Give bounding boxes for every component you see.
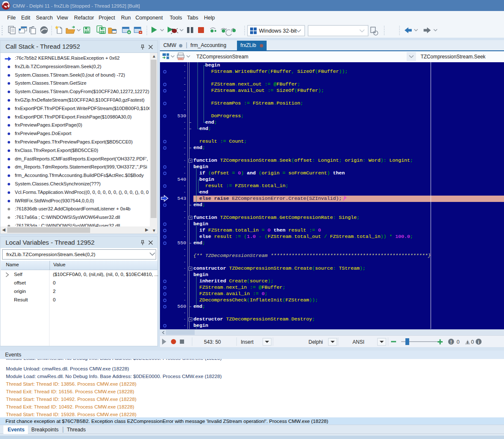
svg-text:!: ! xyxy=(467,340,468,345)
svg-text:!: ! xyxy=(450,340,452,345)
svg-text:i: i xyxy=(478,340,479,345)
svg-text:Delphi: Delphi xyxy=(308,339,323,345)
svg-text:Insert: Insert xyxy=(241,339,254,345)
svg-text:0: 0 xyxy=(471,339,474,345)
svg-text:ANSI: ANSI xyxy=(353,339,364,345)
svg-text:Windows 32-bit: Windows 32-bit xyxy=(259,28,297,34)
svg-text:543: 50: 543: 50 xyxy=(204,339,221,345)
svg-text:0: 0 xyxy=(457,339,460,345)
